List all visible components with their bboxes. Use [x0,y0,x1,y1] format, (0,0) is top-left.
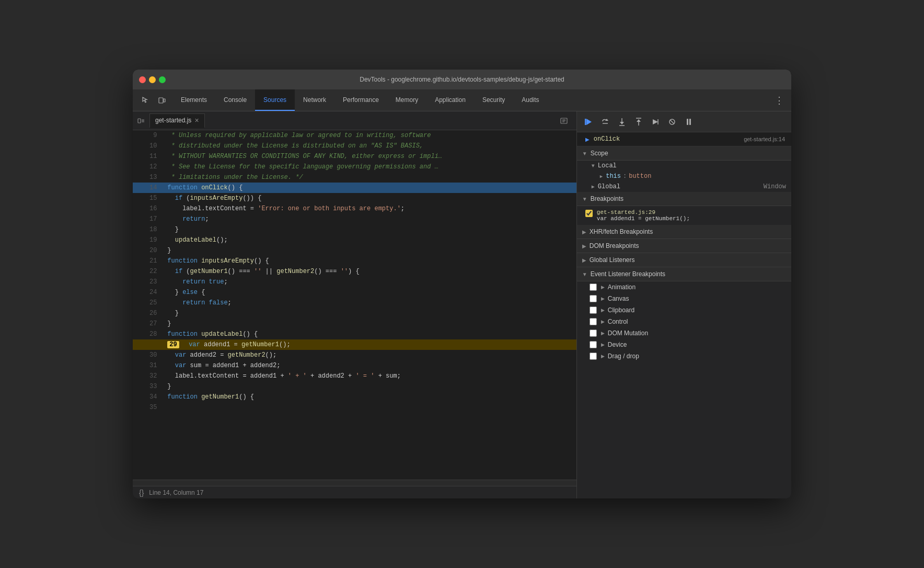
line-code[interactable]: var sum = addend1 + addend2; [163,360,576,371]
line-code[interactable]: * Unless required by applicable law or a… [163,130,576,141]
debugger-panel: ▶ onClick get-started.js:14 ▼ Scope ▼ Lo… [577,111,791,498]
line-code[interactable] [163,402,576,413]
tab-performance[interactable]: Performance [334,89,387,111]
svg-rect-11 [585,119,586,125]
tab-sources[interactable]: Sources [255,89,295,111]
tab-elements[interactable]: Elements [172,89,215,111]
line-code[interactable]: label.textContent = 'Error: one or both … [163,203,576,214]
tab-memory[interactable]: Memory [387,89,426,111]
line-code[interactable]: } [163,308,576,319]
line-code[interactable]: if (inputsAreEmpty()) { [163,193,576,203]
status-bar: {} Line 14, Column 17 [133,486,576,498]
maximize-button[interactable] [159,76,166,83]
device-toolbar-icon[interactable] [156,94,168,107]
line-code[interactable]: function inputsAreEmpty() { [163,256,576,266]
tab-network[interactable]: Network [295,89,334,111]
event-listener-item[interactable]: ▶Animation [577,281,791,293]
step-out-button[interactable] [631,115,646,129]
line-code[interactable]: * distributed under the License is distr… [163,141,576,151]
line-code[interactable]: } [163,224,576,235]
event-listener-item[interactable]: ▶Clipboard [577,304,791,316]
breakpoint-info: get-started.js:29 var addend1 = getNumbe… [597,209,786,222]
step-into-button[interactable] [615,115,629,129]
line-code[interactable]: return false; [163,298,576,308]
line-number: 15 [133,193,163,203]
line-code[interactable]: return true; [163,277,576,287]
more-tabs-button[interactable]: ⋮ [769,89,789,111]
close-button[interactable] [139,76,146,83]
global-listeners-header[interactable]: ▶ Global Listeners [577,253,791,267]
local-arrow: ▼ [592,163,595,169]
event-listener-checkbox[interactable] [590,353,597,360]
devtools-window: DevTools - googlechrome.github.io/devtoo… [133,70,791,498]
collapse-sidebar-button[interactable] [135,115,147,127]
event-listener-checkbox[interactable] [590,330,597,337]
event-listener-checkbox[interactable] [590,295,597,302]
global-scope-item[interactable]: ▶ Global Window [577,181,791,192]
svg-rect-1 [164,99,165,102]
format-button[interactable]: {} [139,489,144,497]
call-stack-function-name: onClick [594,135,620,143]
line-code[interactable]: } [163,319,576,329]
line-code[interactable]: var addend2 = getNumber2(); [163,350,576,360]
event-listener-item[interactable]: ▶DOM Mutation [577,327,791,339]
line-number: 23 [133,277,163,287]
event-listener-checkbox[interactable] [590,306,597,314]
event-listener-item[interactable]: ▶Control [577,316,791,327]
line-code[interactable]: } [163,245,576,256]
scope-section-arrow: ▼ [582,151,587,156]
deactivate-breakpoints-button[interactable] [665,115,679,129]
this-scope-item[interactable]: ▶ this : button [577,171,791,181]
tab-application[interactable]: Application [426,89,474,111]
line-code[interactable]: * WITHOUT WARRANTIES OR CONDITIONS OF AN… [163,151,576,162]
line-code[interactable]: if (getNumber1() === '' || getNumber2() … [163,266,576,277]
breakpoints-section-header[interactable]: ▼ Breakpoints [577,192,791,206]
line-code[interactable]: } [163,381,576,392]
event-listener-item[interactable]: ▶Device [577,339,791,350]
tab-console[interactable]: Console [215,89,255,111]
event-listener-item[interactable]: ▶Canvas [577,293,791,304]
file-tab-close-icon[interactable]: × [194,117,199,124]
code-editor[interactable]: 9 * Unless required by applicable law or… [133,130,576,480]
minimize-button[interactable] [149,76,156,83]
line-code[interactable]: function getNumber1() { [163,392,576,402]
add-script-button[interactable] [558,115,570,127]
horizontal-scrollbar[interactable] [133,480,576,486]
event-listener-checkbox[interactable] [590,283,597,291]
tab-security[interactable]: Security [474,89,513,111]
event-listener-checkbox[interactable] [590,318,597,325]
line-code[interactable]: function updateLabel() { [163,329,576,339]
line-code[interactable]: updateLabel(); [163,235,576,245]
breakpoint-checkbox[interactable] [585,210,593,217]
global-scope-label: Global [598,183,620,190]
step-button[interactable] [648,115,663,129]
line-number: 25 [133,298,163,308]
event-listener-item[interactable]: ▶Drag / drop [577,350,791,362]
dom-breakpoints-header[interactable]: ▶ DOM Breakpoints [577,239,791,253]
line-code[interactable]: * See the License for the specific langu… [163,162,576,172]
line-code[interactable]: * limitations under the License. */ [163,172,576,183]
this-arrow: ▶ [600,174,603,179]
line-code[interactable]: } else { [163,287,576,298]
xhr-breakpoints-header[interactable]: ▶ XHR/fetch Breakpoints [577,225,791,239]
local-scope-item[interactable]: ▼ Local [577,161,791,171]
inspect-icon[interactable] [139,94,152,107]
line-number: 34 [133,392,163,402]
line-code[interactable]: function onClick() { [163,183,576,193]
pause-on-exceptions-button[interactable] [682,115,696,129]
resume-button[interactable] [581,115,596,129]
scope-section-content: ▼ Local ▶ this : button ▶ Global Windo [577,161,791,192]
line-code[interactable]: return; [163,214,576,224]
step-over-button[interactable] [598,115,613,129]
scope-section-header[interactable]: ▼ Scope [577,146,791,161]
line-code[interactable]: 29 var addend1 = getNumber1(); [163,339,576,350]
line-number: 18 [133,224,163,235]
line-code[interactable]: label.textContent = addend1 + ' + ' + ad… [163,371,576,381]
line-number: 13 [133,172,163,183]
file-tab-get-started[interactable]: get-started.js × [149,113,205,128]
event-listeners-header[interactable]: ▼ Event Listener Breakpoints [577,267,791,281]
call-stack-entry[interactable]: ▶ onClick get-started.js:14 [577,132,791,146]
tab-audits[interactable]: Audits [513,89,547,111]
event-listener-checkbox[interactable] [590,341,597,348]
main-area: get-started.js × [133,111,791,498]
